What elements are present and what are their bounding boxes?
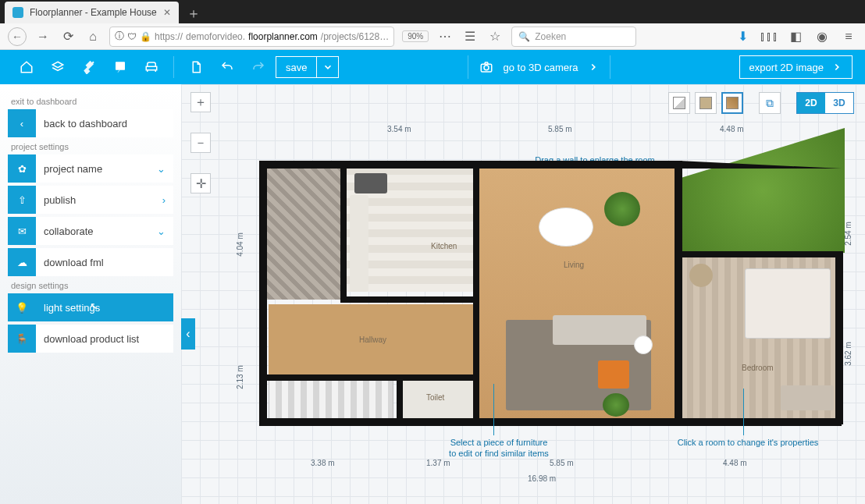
recenter-button[interactable]: ✛	[190, 173, 211, 193]
account-icon[interactable]: ◉	[813, 28, 831, 45]
collapse-sidebar-handle[interactable]: ‹	[181, 318, 195, 350]
url-bar[interactable]: ⓘ 🛡 🔒 https://demoforvideo.floorplanner.…	[109, 27, 394, 47]
new-tab-button[interactable]: ＋	[183, 3, 204, 23]
dimension-left-1: 4.04 m	[236, 232, 244, 257]
sidebar-header-exit: exit to dashboard	[11, 97, 173, 106]
sidebar-item-publish[interactable]: ⇧ publish ›	[8, 186, 173, 214]
sidebar-item-download-fml[interactable]: ☁ download fml	[8, 248, 173, 276]
room-patio[interactable]	[262, 167, 340, 300]
note-icon[interactable]	[106, 53, 134, 81]
floor-selector[interactable]: ⧉	[759, 92, 781, 114]
room-label-bedroom: Bedroom	[742, 364, 774, 372]
sidebar-header-design: design settings	[11, 281, 173, 290]
sidebar-item-light-settings[interactable]: 💡 light settings ↖	[8, 293, 173, 321]
chevron-right-icon	[588, 62, 599, 73]
chevron-down-icon: ⌄	[157, 163, 166, 175]
go-to-3d-button[interactable]: go to 3D camera	[468, 55, 610, 79]
sidebar-item-collaborate[interactable]: ✉ collaborate ⌄	[8, 217, 173, 245]
texture-option-1[interactable]	[668, 92, 690, 114]
browser-tab[interactable]: Floorplanner - Example House ✕	[5, 2, 179, 23]
zoom-in-button[interactable]: ＋	[190, 92, 211, 112]
cursor-icon: ↖	[90, 300, 98, 312]
reader-icon[interactable]: ☰	[461, 28, 479, 45]
dimension-top-2: 5.85 m	[548, 125, 572, 133]
tab-title: Floorplanner - Example House	[30, 7, 157, 18]
furniture-dining-table[interactable]	[539, 208, 593, 247]
browser-toolbar: ← → ⟳ ⌂ ⓘ 🛡 🔒 https://demoforvideo.floor…	[0, 23, 865, 50]
canvas-controls-right: ⧉ 2D 3D	[668, 92, 854, 114]
dimension-bot-3: 5.85 m	[550, 459, 574, 467]
view-2d-button[interactable]: 2D	[797, 93, 825, 113]
undo-icon[interactable]	[213, 53, 241, 81]
close-tab-icon[interactable]: ✕	[163, 7, 171, 18]
wall[interactable]	[473, 161, 479, 423]
wall[interactable]	[340, 161, 347, 301]
furniture-counter[interactable]	[350, 195, 368, 292]
layers-icon[interactable]	[44, 53, 72, 81]
star-icon[interactable]: ☆	[486, 28, 504, 45]
url-sub: demoforvideo.	[186, 31, 245, 42]
home-button[interactable]: ⌂	[84, 28, 101, 45]
export-2d-button[interactable]: export 2D image	[739, 55, 853, 79]
wall[interactable]	[259, 418, 842, 426]
wall[interactable]	[675, 251, 842, 257]
forward-button[interactable]: →	[34, 28, 52, 45]
furniture-sofa[interactable]	[553, 315, 646, 345]
sidebar-item-download-products[interactable]: 🪑 download product list	[8, 325, 173, 353]
zoom-badge[interactable]: 90%	[402, 30, 429, 42]
sidebar-item-label: download product list	[44, 333, 173, 345]
reload-button[interactable]: ⟳	[59, 28, 77, 45]
hint-line	[493, 384, 494, 435]
hint-line	[743, 389, 744, 435]
furniture-armchair[interactable]	[598, 360, 629, 389]
back-button[interactable]: ←	[8, 27, 27, 46]
download-icon[interactable]: ⬇	[734, 28, 751, 45]
zoom-out-button[interactable]: －	[190, 133, 211, 153]
texture-option-3[interactable]	[721, 92, 743, 114]
wall[interactable]	[262, 374, 478, 381]
wall[interactable]	[835, 251, 843, 424]
furniture-plant-small[interactable]	[603, 393, 629, 417]
save-dropdown[interactable]	[316, 57, 338, 77]
wall[interactable]	[675, 161, 682, 424]
new-page-icon[interactable]	[182, 53, 210, 81]
chevron-down-icon: ⌄	[157, 225, 166, 237]
svg-rect-0	[116, 62, 125, 70]
hint-select-furniture: Select a piece of furniture to edit or f…	[432, 437, 565, 460]
furniture-side-table[interactable]	[634, 335, 653, 354]
menu-icon[interactable]: ≡	[840, 28, 857, 45]
furniture-chair-wood[interactable]	[689, 264, 713, 287]
floorplan[interactable]: Kitchen Living Bedroom Hallway Toilet Cl…	[262, 159, 840, 424]
cta-3d-label: go to 3D camera	[503, 62, 578, 73]
lock-icon: 🔒	[140, 31, 151, 42]
room-label-toilet: Toilet	[426, 393, 444, 402]
view-3d-button[interactable]: 3D	[825, 93, 853, 113]
separator	[173, 56, 174, 78]
redo-icon[interactable]	[244, 53, 272, 81]
save-button[interactable]: save	[276, 57, 316, 77]
more-icon[interactable]: ⋯	[436, 28, 454, 45]
stairs[interactable]	[269, 379, 393, 420]
furniture-dresser[interactable]	[781, 385, 834, 410]
sidebar-icon[interactable]: ◧	[787, 28, 804, 45]
furniture-stove[interactable]	[354, 173, 387, 193]
wall[interactable]	[259, 161, 267, 424]
sidebar-item-label: collaborate	[44, 225, 173, 237]
sidebar-item-project-name[interactable]: ✿ project name ⌄	[8, 154, 173, 183]
texture-option-2[interactable]	[695, 92, 717, 114]
wall[interactable]	[397, 374, 403, 421]
gear-icon: ✿	[8, 154, 36, 183]
furniture-icon[interactable]	[137, 53, 166, 81]
furniture-bed[interactable]	[745, 268, 831, 339]
search-input[interactable]: 🔍 Zoeken	[511, 27, 636, 47]
room-label-hallway: Hallway	[359, 335, 386, 344]
build-icon[interactable]	[75, 53, 103, 81]
canvas[interactable]: ‹ ＋ － ✛ ⧉ 2D 3D 3.54 m 5.85 m 4.48 m Dra…	[181, 84, 865, 504]
shield-icon: 🛡	[127, 31, 137, 42]
sidebar-item-back[interactable]: ‹ back to dashboard	[8, 109, 173, 137]
furniture-plant[interactable]	[604, 192, 640, 226]
library-icon[interactable]: ⫿⫿⫿	[760, 28, 778, 45]
wall[interactable]	[340, 296, 478, 303]
home-icon[interactable]	[12, 53, 41, 81]
room-label-kitchen: Kitchen	[431, 242, 457, 250]
